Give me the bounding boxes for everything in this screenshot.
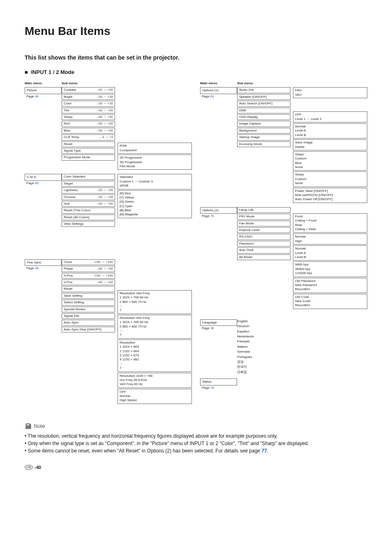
main-menu-box: PicturePage 46 — [25, 87, 62, 99]
sub-menu-item: PRJ Mode — [237, 214, 291, 219]
right-column: Main menu Sub menu Options (1)Page 63Aud… — [200, 81, 367, 414]
option-line: 7 — [120, 333, 190, 337]
option-line: 38400 bps — [295, 267, 365, 271]
sub-menu-item: Reset — [62, 141, 115, 147]
page-link[interactable]: 77 — [261, 448, 267, 454]
option-line: Old Password — [295, 279, 365, 283]
option-line: [C] Cyan — [120, 204, 190, 208]
sub-item-label: Blue — [64, 129, 70, 133]
page-link[interactable]: 70 — [210, 214, 214, 218]
main-menu-box: Options (1)Page 63 — [200, 87, 237, 99]
option-line: [R] Red — [120, 192, 190, 196]
sub-menu-item: Blue–30 ↔ +30 — [62, 128, 115, 134]
page-ref: Page 36 — [200, 326, 237, 330]
option-line: Custom — [295, 157, 365, 161]
option-line: 2 800 × 600 75 Hz — [120, 300, 190, 304]
sub-menu-column: Color SelectedTargetLightness–30 ↔ +30Ch… — [62, 174, 115, 227]
option-line: Level 1 ↔ Level 3 — [295, 117, 365, 121]
range-value: –30 ↔ +30 — [97, 102, 113, 106]
sub-item-label: Signal Info — [64, 314, 79, 318]
spacer — [118, 405, 192, 410]
page-link[interactable]: 46 — [35, 95, 39, 98]
page-ref: Page 48 — [25, 266, 62, 270]
note-list: The resolution, vertical frequency and h… — [25, 432, 367, 455]
page-link[interactable]: 36 — [210, 326, 214, 330]
options-block: Old CodeNew CodeReconfirm — [293, 294, 367, 309]
page-link[interactable]: 78 — [210, 386, 214, 390]
sub-menu-item: Background — [237, 128, 291, 134]
sub-menu-header: Sub menu — [62, 81, 115, 85]
sub-menu-item: Color Selected — [62, 174, 115, 180]
sub-menu-item: Lightness–30 ↔ +30 — [62, 187, 115, 193]
page-link[interactable]: 63 — [210, 95, 214, 98]
spacer — [118, 118, 192, 123]
options-block: [R] Red[Y] Yellow[G] Green[C] Cyan[B] Bl… — [118, 190, 192, 218]
sub-item-label: Lightness — [64, 188, 78, 192]
sub-menu-item: Bright–30 ↔ +30 — [62, 94, 115, 100]
option-line: Resolution Vert Freq — [120, 316, 190, 320]
left-column: Main menu Sub menu PicturePage 46Contras… — [25, 81, 192, 414]
page-footer: GB -40 — [25, 465, 367, 470]
sub-item-label: Image Capture — [239, 122, 261, 126]
plain-option: 汉语 — [237, 360, 291, 364]
left-column-header: Main menu Sub menu — [25, 81, 192, 85]
option-line: None — [295, 181, 365, 185]
option-line: Ceiling + Rear — [295, 227, 365, 231]
option-line: Standard — [120, 175, 190, 179]
option-line: High — [295, 239, 365, 243]
sub-item-label: V-Pos — [64, 280, 72, 284]
range-value: –30 ↔ +30 — [97, 129, 113, 133]
note-section: Note The resolution, vertical frequency … — [25, 422, 367, 455]
spacer — [118, 259, 192, 265]
range-value: –30 ↔ +30 — [97, 115, 113, 119]
main-menu-box: LanguagePage 36 — [200, 319, 237, 331]
page-ref: Page 70 — [200, 214, 237, 218]
option-line: Sharp — [295, 152, 365, 157]
main-menu-label: Status — [200, 379, 237, 385]
option-line: Power Save [ON/OFF] — [295, 189, 365, 193]
sub-item-label: Lamp Life — [239, 208, 254, 212]
main-menu-label: Options (2) — [200, 207, 237, 214]
sub-menu-item: View Settings — [62, 221, 115, 227]
spacer — [118, 278, 192, 283]
sub-menu-item: DNR — [237, 108, 291, 113]
sub-item-label: Reset (All Colors) — [64, 215, 90, 219]
main-menu-box: C.M.S.Page 60 — [25, 174, 62, 185]
sub-menu-item: Contrast–30 ↔ +30 — [62, 87, 115, 93]
sub-item-label: RS-232C — [239, 235, 253, 239]
option-line: Ceiling + Front — [295, 219, 365, 223]
options-block: FrontCeiling + FrontRearCeiling + Rear — [293, 213, 367, 233]
sub-item-label: Progressive Mode — [64, 155, 90, 159]
option-line: Mntr.out/RS232 [ON/OFF] — [295, 193, 365, 197]
sub-item-label: Speaker [ON/OFF] — [239, 95, 267, 99]
page-ref: Page 46 — [25, 95, 62, 99]
sub-menu-column: EnglishDeutschEspañolNederlandsFrançaisI… — [237, 319, 291, 374]
option-line: Delete — [295, 145, 365, 149]
menu-section: Fine SyncPage 48Clock–150 ↔ +150Phase–30… — [25, 259, 192, 410]
sub-menu-column: Lamp LifePRJ ModeFan ModeKeylock LevelRS… — [237, 207, 291, 260]
page-link[interactable]: 60 — [35, 181, 39, 185]
option-line: 1 1024 × 768 60 Hz — [120, 295, 190, 300]
page-ref: Page 60 — [25, 181, 62, 185]
option-line: OFF — [120, 390, 190, 394]
sub-item-label: Anti-Theft — [239, 248, 254, 252]
page-title: Menu Bar Items — [25, 25, 367, 38]
option-line: Resolution 1024 × 768 — [120, 374, 190, 378]
page-number: -40 — [35, 465, 41, 470]
sub-menu-item: Password — [237, 241, 291, 247]
option-line: Old Code — [295, 295, 365, 299]
main-menu-label: Picture — [25, 87, 62, 94]
option-line: 4 1152 × 882 — [120, 358, 190, 362]
sub-item-label: Fan Mode — [239, 222, 254, 226]
note-icon — [25, 422, 32, 430]
plain-option: Deutsch — [237, 324, 291, 328]
sub-menu-item: Lamp Life — [237, 207, 291, 213]
main-menu-header: Main menu — [25, 81, 62, 85]
sub-item-label: Audio Out — [239, 88, 254, 92]
options-block: NormalLevel ALevel B — [293, 123, 367, 138]
sub-item-label: Auto Search [ON/OFF] — [239, 102, 272, 106]
option-line: Rear — [295, 223, 365, 227]
options-block: NormalHigh — [293, 233, 367, 245]
option-line: Normal — [120, 394, 190, 398]
page-link[interactable]: 48 — [35, 266, 39, 270]
